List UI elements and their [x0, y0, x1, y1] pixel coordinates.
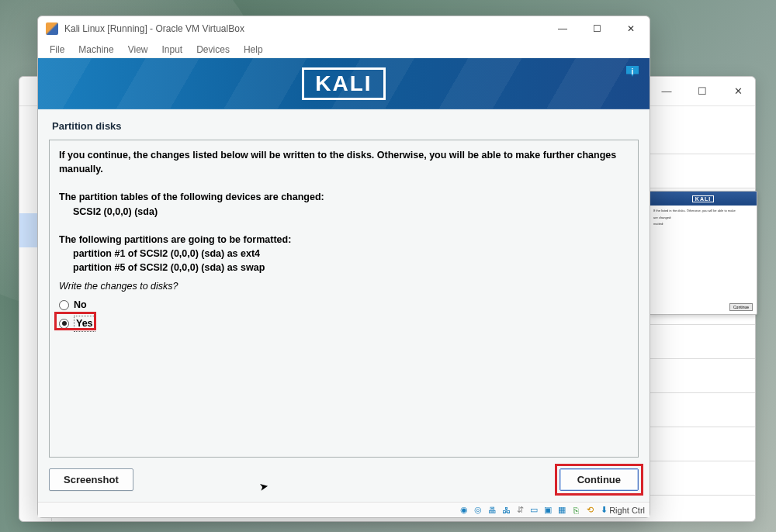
status-audio-icon[interactable]: 🖶 [486, 505, 498, 516]
status-clipboard-icon[interactable]: ⎘ [570, 505, 582, 516]
mini-text-2: are changed: [653, 216, 753, 220]
option-no-label: No [74, 298, 87, 312]
tables-changed-heading: The partition tables of the following de… [59, 190, 629, 204]
host-key-label: Right Ctrl [609, 506, 645, 515]
info-icon[interactable]: i [626, 66, 639, 77]
bg-minimize-button[interactable]: — [656, 81, 677, 102]
mini-continue-button: Continue [729, 303, 753, 311]
status-display-icon[interactable]: ▣ [542, 505, 554, 516]
bg-maximize-button[interactable]: ☐ [691, 81, 713, 102]
host-key-arrow-icon: ⬇ [601, 505, 608, 515]
status-drag-drop-icon[interactable]: ⟲ [584, 505, 596, 516]
options-group: No Yes [59, 298, 629, 331]
mini-text-3: matted: [653, 222, 753, 226]
statusbar: ◉ ◎ 🖶 🖧 ⇵ ▭ ▣ ▦ ⎘ ⟲ ⬇ Right Ctrl [38, 502, 650, 517]
maximize-button[interactable]: ☐ [580, 17, 614, 40]
content-panel: If you continue, the changes listed belo… [49, 140, 639, 458]
host-key-indicator[interactable]: ⬇ Right Ctrl [601, 505, 645, 515]
radio-no[interactable] [59, 300, 69, 310]
button-row: Screenshot Continue [38, 464, 650, 502]
formatted-partition-1: partition #1 of SCSI2 (0,0,0) (sda) as e… [59, 247, 629, 261]
option-no[interactable]: No [59, 298, 629, 312]
formatted-heading: The following partitions are going to be… [59, 233, 629, 247]
radio-yes[interactable] [59, 319, 69, 329]
installer-area: KALI i Partition disks If you continue, … [38, 58, 650, 502]
status-recording-icon[interactable]: ▦ [556, 505, 568, 516]
menubar: File Machine View Input Devices Help [38, 41, 650, 58]
mini-text-1: If the listed in the disks. Otherwise, y… [653, 209, 753, 213]
status-network-icon[interactable]: 🖧 [500, 505, 512, 516]
status-optical-icon[interactable]: ◎ [472, 505, 484, 516]
menu-view[interactable]: View [123, 43, 154, 57]
status-hdd-icon[interactable]: ◉ [458, 505, 470, 516]
menu-help[interactable]: Help [238, 43, 268, 57]
step-title: Partition disks [38, 109, 650, 140]
virtualbox-icon [46, 22, 58, 35]
formatted-partition-2: partition #5 of SCSI2 (0,0,0) (sda) as s… [59, 261, 629, 275]
screenshot-button[interactable]: Screenshot [49, 468, 133, 491]
menu-devices[interactable]: Devices [191, 43, 235, 57]
confirm-prompt: Write the changes to disks? [59, 279, 629, 293]
tables-changed-device: SCSI2 (0,0,0) (sda) [59, 205, 629, 219]
kali-header: KALI i [38, 58, 650, 109]
mouse-cursor-icon: ➤ [258, 479, 270, 493]
status-usb-icon[interactable]: ⇵ [514, 505, 526, 516]
virtualbox-window: Kali Linux [Running] - Oracle VM Virtual… [37, 16, 650, 518]
status-shared-folder-icon[interactable]: ▭ [528, 505, 540, 516]
option-yes[interactable]: Yes [59, 316, 629, 331]
window-title: Kali Linux [Running] - Oracle VM Virtual… [64, 23, 244, 34]
mini-kali-logo: KALI [692, 195, 714, 202]
titlebar: Kali Linux [Running] - Oracle VM Virtual… [38, 16, 650, 41]
menu-machine[interactable]: Machine [73, 43, 119, 57]
continue-button[interactable]: Continue [559, 468, 639, 491]
kali-logo: KALI [302, 67, 385, 100]
menu-input[interactable]: Input [157, 43, 189, 57]
close-button[interactable]: ✕ [614, 17, 648, 40]
minimize-button[interactable]: — [546, 17, 580, 40]
intro-text: If you continue, the changes listed belo… [59, 148, 629, 176]
preview-thumbnail: KALI If the listed in the disks. Otherwi… [649, 191, 757, 315]
bg-close-button[interactable]: ✕ [727, 81, 749, 102]
option-yes-label: Yes [74, 316, 95, 331]
menu-file[interactable]: File [44, 43, 70, 57]
